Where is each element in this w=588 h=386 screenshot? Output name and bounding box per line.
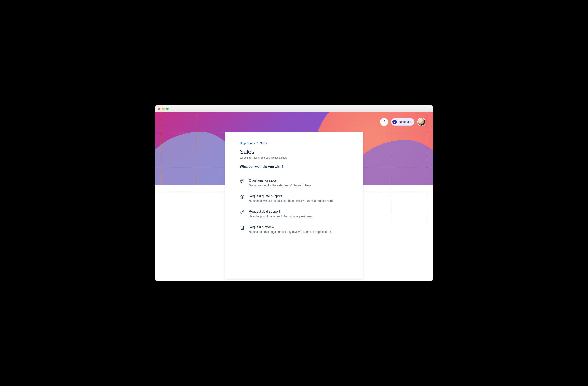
breadcrumb: Help Center / Sales: [240, 142, 348, 145]
request-type-deal[interactable]: Request deal support Need help to close …: [240, 210, 348, 218]
page-subtitle: Welcome! Please raise Sales requests her…: [240, 156, 348, 159]
dollar-icon: [240, 195, 245, 200]
request-type-quote[interactable]: Request quote support Need help with a p…: [240, 194, 348, 203]
request-type-desc: Need help to close a deal? Submit a requ…: [249, 215, 312, 218]
request-type-desc: Need a contract, legal, or security revi…: [249, 230, 332, 234]
page-title: Sales: [240, 149, 348, 155]
key-icon: [240, 210, 245, 215]
comment-icon: [240, 179, 245, 184]
svg-rect-2: [240, 180, 244, 182]
search-button[interactable]: [380, 118, 388, 126]
request-type-desc: Got a question for the sales team? Submi…: [249, 184, 312, 187]
requests-count-badge: 2: [392, 120, 397, 124]
request-type-review[interactable]: Request a review Need a contract, legal,…: [240, 225, 348, 234]
browser-window: 2 Requests Help Center / Sales Sales Wel…: [155, 105, 433, 281]
breadcrumb-current-link[interactable]: Sales: [260, 142, 267, 145]
svg-point-6: [240, 212, 242, 214]
top-actions: 2 Requests: [380, 118, 425, 126]
breadcrumb-separator: /: [257, 142, 258, 145]
user-avatar[interactable]: [417, 118, 425, 126]
requests-label: Requests: [399, 120, 411, 123]
window-titlebar: [155, 105, 433, 112]
svg-line-1: [384, 122, 385, 123]
request-type-title: Questions for sales: [249, 179, 312, 183]
window-minimize-button[interactable]: [162, 108, 165, 110]
request-type-questions[interactable]: Questions for sales Got a question for t…: [240, 179, 348, 187]
document-icon: [240, 225, 245, 230]
portal-card: Help Center / Sales Sales Welcome! Pleas…: [225, 132, 363, 279]
request-type-title: Request deal support: [249, 210, 312, 214]
window-maximize-button[interactable]: [166, 108, 169, 110]
request-type-title: Request quote support: [249, 194, 334, 198]
window-close-button[interactable]: [158, 108, 161, 110]
help-prompt: What can we help you with?: [240, 165, 348, 169]
search-icon: [382, 120, 386, 124]
breadcrumb-root-link[interactable]: Help Center: [240, 142, 255, 145]
requests-button[interactable]: 2 Requests: [391, 118, 415, 125]
request-type-desc: Need help with a proposal, quote, or ord…: [249, 199, 334, 203]
request-type-title: Request a review: [249, 225, 332, 229]
